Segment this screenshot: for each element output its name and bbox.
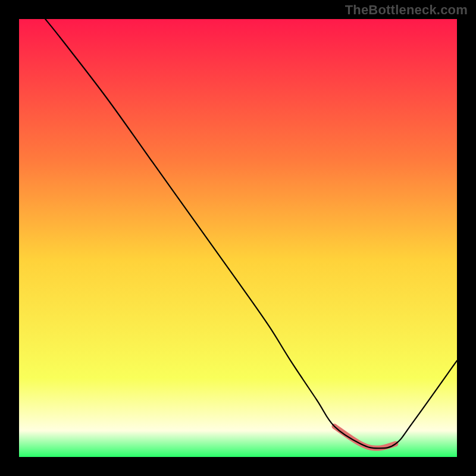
watermark-text: TheBottleneck.com — [345, 2, 468, 18]
chart-container: TheBottleneck.com — [0, 0, 476, 476]
bottleneck-chart — [19, 19, 457, 457]
plot-background — [19, 19, 457, 457]
